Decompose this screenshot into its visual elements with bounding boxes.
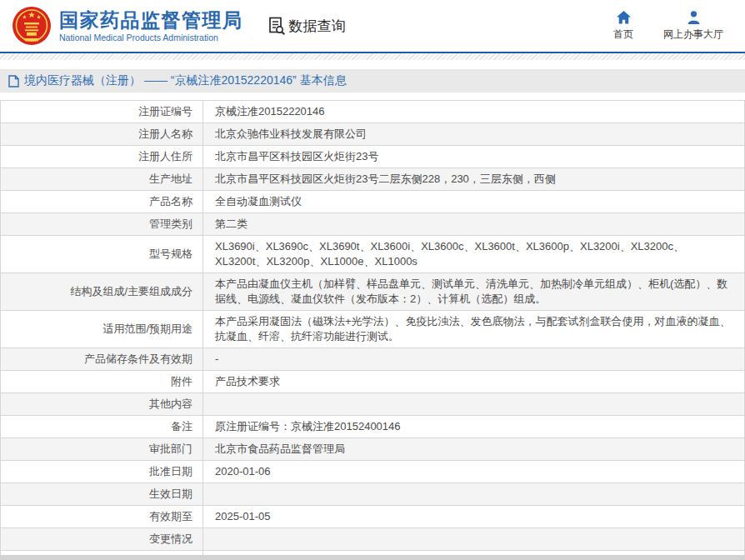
table-row: 变更情况 — [1, 528, 745, 551]
table-row: 管理类别 第二类 — [1, 213, 745, 236]
row-label-cell: 生效日期 — [1, 483, 203, 506]
row-label: 结构及组成/主要组成成分 — [70, 285, 192, 298]
row-label-cell: 有效期至 — [1, 506, 203, 528]
row-label-cell: 管理类别 — [1, 213, 203, 236]
row-label-cell: 备注 — [1, 416, 203, 438]
row-label: 产品名称 — [149, 195, 192, 208]
table-row: 型号规格 XL3690i、XL3690c、XL3690t、XL3600i、XL3… — [1, 236, 745, 273]
row-label: 产品储存条件及有效期 — [84, 352, 192, 365]
breadcrumb-text: 境内医疗器械（注册） —— “京械注准20152220146” 基本信息 — [24, 73, 347, 88]
table-row: 产品名称 全自动凝血测试仪 — [1, 191, 745, 213]
row-value-cell: 原注册证编号：京械注准20152400146 — [203, 416, 745, 438]
row-label: 有效期至 — [149, 510, 192, 522]
row-value: 北京市昌平区科技园区火炬街23号 — [215, 150, 378, 162]
row-value: 2020-01-06 — [215, 465, 271, 478]
site-title: 国家药品监督管理局 — [59, 9, 243, 31]
data-query-link[interactable]: 数据查询 — [267, 16, 346, 36]
nav-item-service-hall[interactable]: 网上办事大厅 — [663, 11, 723, 42]
row-value: 北京市昌平区科技园区火炬街23号二层东侧228，230，三层东侧，西侧 — [215, 172, 556, 185]
row-value-cell: 京械注准20152220146 — [203, 101, 745, 123]
site-subtitle: National Medical Products Administration — [59, 32, 243, 42]
row-label-cell: 产品储存条件及有效期 — [1, 348, 203, 371]
footer-bar — [0, 555, 745, 560]
row-value-cell — [203, 528, 745, 551]
table-row: 适用范围/预期用途 本产品采用凝固法（磁珠法+光学法）、免疫比浊法、发色底物法，… — [1, 311, 745, 348]
row-value-cell: 全自动凝血测试仪 — [203, 191, 745, 213]
row-value: 全自动凝血测试仪 — [215, 195, 302, 208]
registration-info-table-wrap: 注册证编号 京械注准20152220146 注册人名称 北京众驰伟业科技发展有限… — [0, 100, 745, 560]
nav-hall-label: 网上办事大厅 — [663, 28, 723, 42]
nav-home-label: 首页 — [613, 28, 633, 42]
row-value-cell: 第二类 — [203, 213, 745, 236]
row-label: 注册证编号 — [138, 105, 192, 118]
table-row: 结构及组成/主要组成成分 本产品由凝血仪主机（加样臂、样品盘单元、测试单元、清洗… — [1, 273, 745, 311]
table-row: 有效期至 2025-01-05 — [1, 506, 745, 528]
table-row: 注册人名称 北京众驰伟业科技发展有限公司 — [1, 123, 745, 146]
row-value: 原注册证编号：京械注准20152400146 — [215, 420, 401, 432]
row-label: 变更情况 — [149, 532, 192, 545]
table-row: 注册人住所 北京市昌平区科技园区火炬街23号 — [1, 146, 745, 168]
row-label-cell: 产品名称 — [1, 191, 203, 213]
row-label-cell: 其他内容 — [1, 393, 203, 416]
table-row: 注册证编号 京械注准20152220146 — [1, 101, 745, 123]
row-value-cell: 北京市昌平区科技园区火炬街23号 — [203, 146, 745, 168]
table-row: 生效日期 — [1, 483, 745, 506]
row-value-cell — [203, 393, 745, 416]
row-value-cell: 本产品采用凝固法（磁珠法+光学法）、免疫比浊法、发色底物法，与配套试剂盒联合使用… — [203, 311, 745, 348]
table-row: 备注 原注册证编号：京械注准20152400146 — [1, 416, 745, 438]
table-row: 其他内容 — [1, 393, 745, 416]
doc-search-icon — [267, 16, 287, 36]
breadcrumb: 境内医疗器械（注册） —— “京械注准20152220146” 基本信息 — [0, 69, 745, 92]
row-value: 京械注准20152220146 — [215, 105, 325, 118]
row-label-cell: 注册人名称 — [1, 123, 203, 146]
row-label-cell: 批准日期 — [1, 461, 203, 483]
header-divider — [0, 52, 745, 60]
person-icon — [687, 11, 701, 24]
row-label-cell: 审批部门 — [1, 438, 203, 461]
row-value: 产品技术要求 — [215, 375, 280, 388]
row-value-cell: XL3690i、XL3690c、XL3690t、XL3600i、XL3600c、… — [203, 236, 745, 273]
row-label: 注册人名称 — [138, 128, 192, 140]
table-row: 批准日期 2020-01-06 — [1, 461, 745, 483]
file-icon — [8, 75, 19, 88]
row-value-cell: 本产品由凝血仪主机（加样臂、样品盘单元、测试单元、清洗单元、加热制冷单元组成）、… — [203, 273, 745, 311]
row-label: 生效日期 — [149, 488, 192, 500]
table-row: 生产地址 北京市昌平区科技园区火炬街23号二层东侧228，230，三层东侧，西侧 — [1, 168, 745, 191]
row-label-cell: 变更情况 — [1, 528, 203, 551]
row-label-cell: 适用范围/预期用途 — [1, 311, 203, 348]
row-label: 批准日期 — [149, 465, 192, 478]
row-label: 审批部门 — [149, 442, 192, 455]
row-label-cell: 结构及组成/主要组成成分 — [1, 273, 203, 311]
header-nav: 首页 网上办事大厅 — [613, 11, 723, 42]
registration-info-table: 注册证编号 京械注准20152220146 注册人名称 北京众驰伟业科技发展有限… — [0, 100, 745, 560]
row-value-cell: 北京市昌平区科技园区火炬街23号二层东侧228，230，三层东侧，西侧 — [203, 168, 745, 191]
row-value: XL3690i、XL3690c、XL3690t、XL3600i、XL3600c、… — [215, 240, 684, 268]
nav-item-home[interactable]: 首页 — [613, 11, 633, 42]
row-value: 2025-01-05 — [215, 510, 271, 522]
row-label: 备注 — [171, 420, 192, 432]
row-value: - — [215, 352, 218, 365]
row-label: 管理类别 — [149, 218, 192, 230]
row-value: 本产品采用凝固法（磁珠法+光学法）、免疫比浊法、发色底物法，与配套试剂盒联合使用… — [215, 315, 731, 342]
row-value-cell: 2025-01-05 — [203, 506, 745, 528]
home-icon — [617, 11, 631, 24]
site-header: 国家药品监督管理局 National Medical Products Admi… — [0, 0, 745, 52]
row-value: 北京市食品药品监督管理局 — [215, 442, 345, 455]
row-label-cell: 附件 — [1, 371, 203, 393]
row-value: 第二类 — [215, 218, 248, 230]
row-value-cell: - — [203, 348, 745, 371]
row-label: 其他内容 — [149, 398, 192, 410]
table-row: 附件 产品技术要求 — [1, 371, 745, 393]
row-label: 生产地址 — [149, 172, 192, 185]
row-value-cell — [203, 483, 745, 506]
data-query-label: 数据查询 — [289, 17, 346, 36]
national-emblem-icon — [12, 6, 52, 46]
row-value-cell: 产品技术要求 — [203, 371, 745, 393]
info-table-body: 注册证编号 京械注准20152220146 注册人名称 北京众驰伟业科技发展有限… — [1, 101, 745, 560]
row-label: 型号规格 — [149, 248, 192, 260]
logo-link[interactable]: 国家药品监督管理局 National Medical Products Admi… — [12, 6, 243, 46]
table-row: 审批部门 北京市食品药品监督管理局 — [1, 438, 745, 461]
row-label-cell: 生产地址 — [1, 168, 203, 191]
row-value: 本产品由凝血仪主机（加样臂、样品盘单元、测试单元、清洗单元、加热制冷单元组成）、… — [215, 278, 728, 305]
row-label-cell: 注册证编号 — [1, 101, 203, 123]
